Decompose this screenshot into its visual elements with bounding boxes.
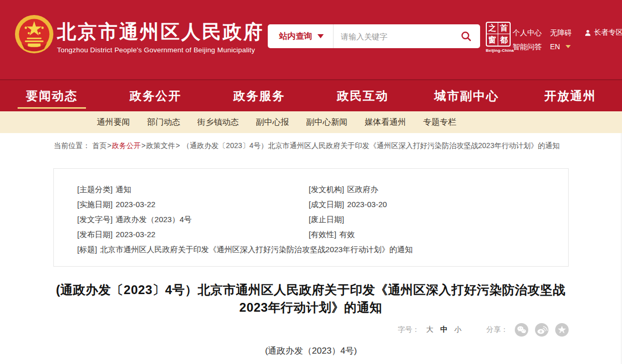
meta-label: [标题]	[77, 245, 97, 254]
link-label: 长者专区	[594, 28, 622, 37]
qzone-share-icon[interactable]	[555, 323, 569, 337]
meta-row-title: [标题]北京市通州区人民政府关于印发《通州区深入打好污染防治攻坚战2023年行动…	[77, 244, 568, 259]
search-icon	[460, 31, 472, 42]
meta-value: 2023-03-22	[115, 200, 155, 209]
breadcrumb-separator: >	[141, 141, 146, 150]
breadcrumb-separator: >	[176, 141, 180, 150]
subnav-item-special-topics[interactable]: 专题专栏	[423, 117, 456, 128]
nav-label: 政务公开	[129, 88, 181, 104]
link-elderly-zone[interactable]: 长者专区	[584, 28, 622, 37]
subnav-item-dept-updates[interactable]: 部门动态	[147, 117, 180, 128]
nav-label: 政务服务	[233, 88, 285, 104]
nav-label: 城市副中心	[434, 88, 499, 104]
article-title: (通政办发〔2023〕4号）北京市通州区人民政府关于印发《通州区深入打好污染防治…	[49, 281, 572, 316]
document-meta-box: [主题分类]通知 [发文机构]区政府办 [实施日期]2023-03-22 [成文…	[53, 168, 569, 267]
main-navigation: 要闻动态 政务公开 政务服务 政民互动 城市副中心 开放通州	[0, 79, 622, 111]
nav-label: 开放通州	[544, 88, 596, 104]
breadcrumb-prefix: 当前位置：	[54, 141, 90, 150]
meta-value: 通知	[115, 185, 131, 194]
logo-char: 窗	[487, 34, 498, 46]
breadcrumb: 当前位置： 首页>政务公开>政策文件> （通政办发〔2023〕4号）北京市通州区…	[0, 133, 622, 151]
meta-value: 区政府办	[347, 185, 378, 194]
article-controls: 字号： 大 中 小 分享：	[398, 322, 569, 338]
meta-value: 有效	[339, 230, 355, 239]
nav-item-interaction[interactable]: 政民互动	[311, 80, 415, 111]
subnav-item-subcenter-news[interactable]: 副中心新闻	[306, 117, 348, 128]
search-scope-dropdown[interactable]: 站内查询	[268, 31, 333, 42]
meta-value: 通政办发（2023）4号	[115, 215, 192, 224]
nav-item-services[interactable]: 政务服务	[207, 80, 311, 111]
meta-label: [有效性]	[309, 230, 336, 239]
meta-label: [发布日期]	[77, 230, 112, 239]
capital-window-logo[interactable]: 之 首 窗 都 Beijing-China	[486, 22, 512, 53]
search-button[interactable]	[458, 31, 480, 42]
breadcrumb-policy-files[interactable]: 政策文件	[146, 141, 175, 150]
meta-value: 北京市通州区人民政府关于印发《通州区深入打好污染防治攻坚战2023年行动计划》的…	[100, 245, 412, 254]
chevron-down-icon	[317, 34, 324, 38]
meta-row: [实施日期]2023-03-22 [成文日期]2023-03-20	[77, 199, 568, 214]
breadcrumb-gov-affairs[interactable]: 政务公开	[112, 141, 141, 150]
link-accessibility[interactable]: 无障碍	[550, 28, 572, 38]
subnav-item-township-updates[interactable]: 街乡镇动态	[197, 117, 239, 128]
person-icon	[584, 29, 591, 37]
wechat-share-icon[interactable]	[515, 323, 528, 337]
search-input[interactable]	[334, 32, 458, 41]
logo-char: 之	[487, 23, 498, 34]
link-label: EN	[550, 42, 560, 51]
nav-label: 要闻动态	[26, 88, 78, 104]
link-personal-center[interactable]: 个人中心	[513, 28, 542, 38]
nav-item-news[interactable]: 要闻动态	[0, 80, 104, 111]
capital-window-grid: 之 首 窗 都	[486, 22, 511, 47]
meta-row: [主题分类]通知 [发文机构]区政府办	[77, 184, 568, 199]
meta-label: [发文字号]	[77, 215, 112, 224]
nav-item-subcenter[interactable]: 城市副中心	[415, 80, 518, 111]
link-label: 无障碍	[550, 28, 572, 38]
nav-item-gov-affairs[interactable]: 政务公开	[104, 80, 207, 111]
link-label: 智能问答	[513, 42, 542, 52]
content-right-divider	[621, 133, 621, 364]
font-size-label: 字号：	[398, 325, 420, 334]
subnav-item-media-view[interactable]: 媒体看通州	[365, 117, 406, 128]
meta-label: [发文机构]	[309, 185, 344, 194]
subnav-item-tongzhou-news[interactable]: 通州要闻	[97, 117, 130, 128]
logo-char: 都	[498, 34, 510, 46]
font-size-large[interactable]: 大	[426, 325, 433, 334]
meta-row: [发布日期]2023-03-22 [有效性]有效	[77, 229, 568, 244]
secondary-navigation: 通州要闻 部门动态 街乡镇动态 副中心报 副中心新闻 媒体看通州 专题专栏	[0, 111, 622, 133]
logo-char: 首	[498, 23, 510, 34]
font-size-small[interactable]: 小	[454, 325, 461, 334]
breadcrumb-separator: >	[107, 141, 111, 150]
weibo-share-icon[interactable]	[535, 323, 548, 337]
link-smart-qa[interactable]: 智能问答	[513, 42, 542, 52]
site-header: 北京市通州区人民政府 Tongzhou District People's Go…	[0, 0, 622, 79]
site-title: 北京市通州区人民政府	[57, 21, 264, 43]
meta-label: [实施日期]	[77, 200, 112, 209]
site-branding: 北京市通州区人民政府 Tongzhou District People's Go…	[57, 21, 264, 54]
capital-window-caption: Beijing-China	[486, 48, 512, 53]
meta-label: [废止日期]	[309, 215, 344, 224]
search-scope-label: 站内查询	[279, 31, 312, 42]
nav-label: 政民互动	[337, 88, 389, 104]
meta-label: [主题分类]	[77, 185, 112, 194]
site-subtitle: Tongzhou District People's Government of…	[57, 46, 264, 54]
meta-value: 2023-03-22	[115, 230, 155, 239]
site-search: 站内查询	[268, 24, 480, 48]
meta-value: 2023-03-20	[347, 200, 387, 209]
breadcrumb-current: （通政办发〔2023〕4号）北京市通州区人民政府关于印发《通州区深入打好污染防治…	[182, 141, 559, 150]
share-label: 分享：	[486, 325, 508, 334]
link-label: 个人中心	[513, 28, 542, 38]
subnav-item-subcenter-paper[interactable]: 副中心报	[256, 117, 289, 128]
font-size-medium[interactable]: 中	[440, 325, 447, 334]
national-emblem-logo	[15, 14, 54, 54]
language-switcher[interactable]: EN	[550, 42, 571, 51]
chevron-down-icon	[566, 45, 571, 48]
meta-row: [发文字号]通政办发（2023）4号 [废止日期]	[77, 214, 568, 229]
breadcrumb-home[interactable]: 首页	[92, 141, 107, 150]
document-number: (通政办发（2023）4号)	[0, 345, 622, 357]
meta-label: [成文日期]	[309, 200, 344, 209]
nav-item-open-tongzhou[interactable]: 开放通州	[518, 80, 622, 111]
